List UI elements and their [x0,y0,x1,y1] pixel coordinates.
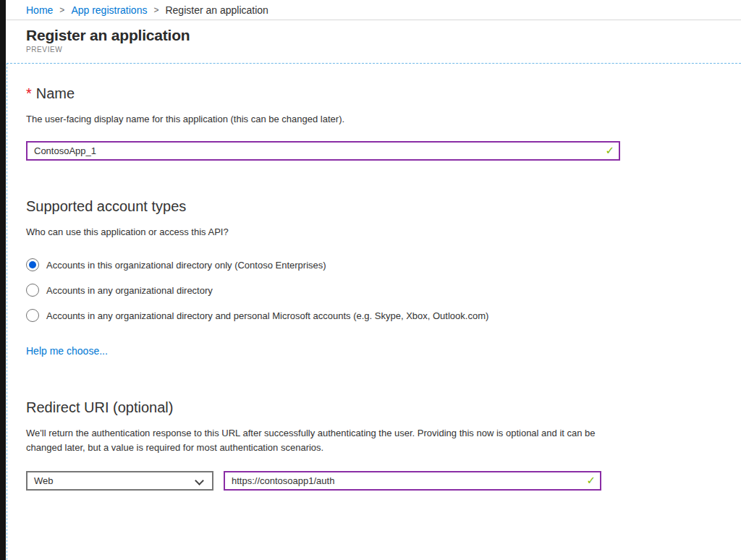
required-asterisk: * [26,85,32,101]
name-description: The user-facing display name for this ap… [26,112,741,127]
page-header: Register an application PREVIEW [6,20,741,63]
breadcrumb-separator: > [153,5,158,15]
account-types-heading: Supported account types [26,198,741,215]
chevron-down-icon [195,476,204,485]
preview-badge: PREVIEW [26,46,741,54]
redirect-uri-input[interactable] [224,471,601,491]
help-me-choose-link[interactable]: Help me choose... [26,345,108,357]
name-input[interactable] [26,141,620,161]
radio-button-icon[interactable] [26,258,39,271]
redirect-uri-description: We'll return the authentication response… [26,426,616,455]
name-input-wrap: ✓ [26,141,620,161]
radio-option-label: Accounts in this organizational director… [46,260,326,271]
account-types-question: Who can use this application or access t… [26,225,741,239]
platform-type-dropdown[interactable]: Web [26,471,213,491]
redirect-uri-heading: Redirect URI (optional) [26,399,741,416]
valid-checkmark-icon: ✓ [605,144,614,157]
name-heading-label: Name [36,85,75,101]
breadcrumb-app-registrations-link[interactable]: App registrations [71,4,147,16]
radio-button-icon[interactable] [26,309,39,322]
radio-option-single-tenant[interactable]: Accounts in this organizational director… [26,258,741,271]
name-section-heading: *Name [26,85,741,102]
valid-checkmark-icon: ✓ [586,474,596,487]
breadcrumb-separator: > [59,5,64,15]
radio-button-icon[interactable] [26,284,39,297]
breadcrumb-home-link[interactable]: Home [26,4,53,16]
radio-option-multi-tenant-personal[interactable]: Accounts in any organizational directory… [26,309,741,322]
redirect-uri-row: Web ✓ [26,471,741,491]
breadcrumb: Home > App registrations > Register an a… [6,0,741,20]
page-title: Register an application [26,27,741,44]
radio-option-multi-tenant[interactable]: Accounts in any organizational directory [26,284,741,297]
breadcrumb-current-page: Register an application [165,4,268,16]
redirect-uri-input-wrap: ✓ [224,471,601,491]
radio-option-label: Accounts in any organizational directory… [46,310,488,321]
sidebar-edge [0,0,6,560]
radio-option-label: Accounts in any organizational directory [46,285,213,296]
register-application-form: *Name The user-facing display name for t… [7,63,741,560]
platform-type-selected-value: Web [34,475,54,486]
